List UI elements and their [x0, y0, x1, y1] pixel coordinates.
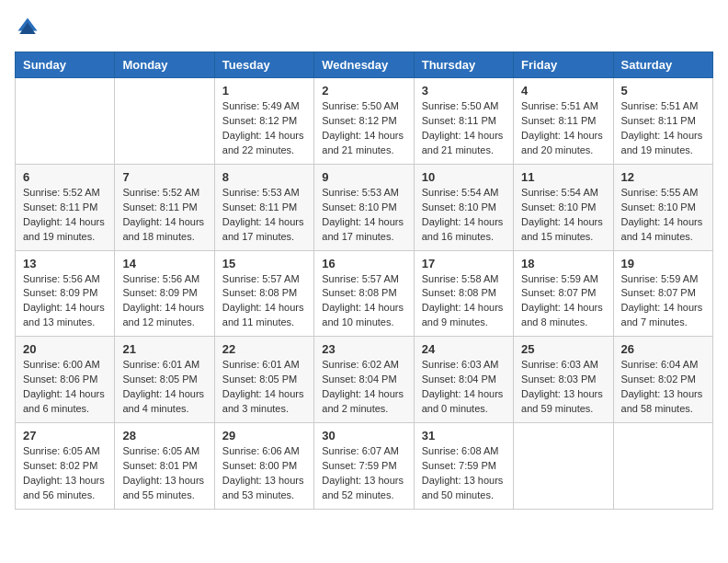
- calendar-header-row: SundayMondayTuesdayWednesdayThursdayFrid…: [16, 52, 713, 78]
- day-number: 9: [322, 170, 405, 184]
- day-info: Sunrise: 5:51 AM Sunset: 8:11 PM Dayligh…: [621, 99, 705, 158]
- day-info: Sunrise: 6:04 AM Sunset: 8:02 PM Dayligh…: [621, 358, 705, 417]
- calendar-cell: 12Sunrise: 5:55 AM Sunset: 8:10 PM Dayli…: [613, 164, 712, 250]
- calendar-cell: 16Sunrise: 5:57 AM Sunset: 8:08 PM Dayli…: [314, 250, 414, 337]
- calendar-week-row: 6Sunrise: 5:52 AM Sunset: 8:11 PM Daylig…: [16, 164, 713, 250]
- day-number: 20: [23, 342, 107, 356]
- calendar-week-row: 1Sunrise: 5:49 AM Sunset: 8:12 PM Daylig…: [16, 78, 713, 165]
- day-info: Sunrise: 5:58 AM Sunset: 8:08 PM Dayligh…: [422, 272, 506, 331]
- calendar-cell: 21Sunrise: 6:01 AM Sunset: 8:05 PM Dayli…: [115, 337, 214, 423]
- calendar-cell: 3Sunrise: 5:50 AM Sunset: 8:11 PM Daylig…: [414, 78, 513, 165]
- calendar-header-thursday: Thursday: [414, 52, 513, 78]
- calendar-cell: 25Sunrise: 6:03 AM Sunset: 8:03 PM Dayli…: [514, 337, 613, 423]
- day-number: 21: [122, 342, 206, 356]
- calendar-header-friday: Friday: [514, 52, 613, 78]
- calendar-cell: 22Sunrise: 6:01 AM Sunset: 8:05 PM Dayli…: [214, 337, 313, 423]
- day-number: 29: [222, 429, 306, 442]
- logo-icon: [15, 15, 40, 40]
- day-info: Sunrise: 5:56 AM Sunset: 8:09 PM Dayligh…: [122, 272, 206, 331]
- day-info: Sunrise: 5:51 AM Sunset: 8:11 PM Dayligh…: [521, 99, 605, 158]
- calendar-cell: 14Sunrise: 5:56 AM Sunset: 8:09 PM Dayli…: [115, 250, 214, 337]
- day-number: 22: [222, 342, 306, 356]
- day-number: 30: [322, 429, 405, 442]
- calendar-week-row: 13Sunrise: 5:56 AM Sunset: 8:09 PM Dayli…: [16, 250, 713, 337]
- day-info: Sunrise: 6:01 AM Sunset: 8:05 PM Dayligh…: [122, 358, 206, 417]
- day-number: 26: [621, 342, 705, 356]
- calendar-cell: 11Sunrise: 5:54 AM Sunset: 8:10 PM Dayli…: [514, 164, 613, 250]
- day-info: Sunrise: 5:54 AM Sunset: 8:10 PM Dayligh…: [422, 186, 506, 245]
- day-number: 4: [521, 84, 605, 98]
- calendar-header-tuesday: Tuesday: [214, 52, 313, 78]
- day-number: 18: [521, 257, 605, 270]
- day-info: Sunrise: 6:07 AM Sunset: 7:59 PM Dayligh…: [322, 444, 405, 503]
- calendar-cell: 9Sunrise: 5:53 AM Sunset: 8:10 PM Daylig…: [314, 164, 414, 250]
- calendar-cell: [514, 423, 613, 510]
- calendar-cell: 4Sunrise: 5:51 AM Sunset: 8:11 PM Daylig…: [514, 78, 613, 165]
- calendar-cell: 19Sunrise: 5:59 AM Sunset: 8:07 PM Dayli…: [613, 250, 712, 337]
- day-number: 16: [322, 257, 405, 270]
- day-number: 28: [122, 429, 206, 442]
- calendar-cell: 1Sunrise: 5:49 AM Sunset: 8:12 PM Daylig…: [214, 78, 313, 165]
- day-info: Sunrise: 6:03 AM Sunset: 8:04 PM Dayligh…: [422, 358, 506, 417]
- day-info: Sunrise: 6:00 AM Sunset: 8:06 PM Dayligh…: [23, 358, 107, 417]
- day-info: Sunrise: 6:06 AM Sunset: 8:00 PM Dayligh…: [222, 444, 306, 503]
- day-info: Sunrise: 5:56 AM Sunset: 8:09 PM Dayligh…: [23, 272, 107, 331]
- calendar-cell: 29Sunrise: 6:06 AM Sunset: 8:00 PM Dayli…: [214, 423, 313, 510]
- calendar: SundayMondayTuesdayWednesdayThursdayFrid…: [15, 52, 713, 510]
- calendar-cell: 30Sunrise: 6:07 AM Sunset: 7:59 PM Dayli…: [314, 423, 414, 510]
- calendar-cell: 27Sunrise: 6:05 AM Sunset: 8:02 PM Dayli…: [16, 423, 115, 510]
- calendar-cell: 5Sunrise: 5:51 AM Sunset: 8:11 PM Daylig…: [613, 78, 712, 165]
- calendar-week-row: 20Sunrise: 6:00 AM Sunset: 8:06 PM Dayli…: [16, 337, 713, 423]
- calendar-cell: [115, 78, 214, 165]
- day-number: 31: [422, 429, 506, 442]
- page-header: [15, 15, 713, 40]
- day-info: Sunrise: 5:55 AM Sunset: 8:10 PM Dayligh…: [621, 186, 705, 245]
- calendar-cell: 6Sunrise: 5:52 AM Sunset: 8:11 PM Daylig…: [16, 164, 115, 250]
- calendar-cell: 23Sunrise: 6:02 AM Sunset: 8:04 PM Dayli…: [314, 337, 414, 423]
- day-number: 24: [422, 342, 506, 356]
- logo: [15, 15, 44, 40]
- calendar-header-wednesday: Wednesday: [314, 52, 414, 78]
- calendar-cell: [613, 423, 712, 510]
- day-info: Sunrise: 6:05 AM Sunset: 8:01 PM Dayligh…: [122, 444, 206, 503]
- day-info: Sunrise: 5:59 AM Sunset: 8:07 PM Dayligh…: [521, 272, 605, 331]
- day-number: 17: [422, 257, 506, 270]
- day-number: 10: [422, 170, 506, 184]
- day-number: 6: [23, 170, 107, 184]
- calendar-header-saturday: Saturday: [613, 52, 712, 78]
- calendar-cell: 13Sunrise: 5:56 AM Sunset: 8:09 PM Dayli…: [16, 250, 115, 337]
- calendar-cell: 24Sunrise: 6:03 AM Sunset: 8:04 PM Dayli…: [414, 337, 513, 423]
- day-number: 11: [521, 170, 605, 184]
- calendar-cell: 26Sunrise: 6:04 AM Sunset: 8:02 PM Dayli…: [613, 337, 712, 423]
- day-number: 23: [322, 342, 405, 356]
- day-number: 13: [23, 257, 107, 270]
- calendar-cell: 17Sunrise: 5:58 AM Sunset: 8:08 PM Dayli…: [414, 250, 513, 337]
- day-info: Sunrise: 5:53 AM Sunset: 8:10 PM Dayligh…: [322, 186, 405, 245]
- day-info: Sunrise: 5:53 AM Sunset: 8:11 PM Dayligh…: [222, 186, 306, 245]
- calendar-cell: 8Sunrise: 5:53 AM Sunset: 8:11 PM Daylig…: [214, 164, 313, 250]
- calendar-cell: 10Sunrise: 5:54 AM Sunset: 8:10 PM Dayli…: [414, 164, 513, 250]
- calendar-cell: 2Sunrise: 5:50 AM Sunset: 8:12 PM Daylig…: [314, 78, 414, 165]
- calendar-cell: 28Sunrise: 6:05 AM Sunset: 8:01 PM Dayli…: [115, 423, 214, 510]
- day-number: 5: [621, 84, 705, 98]
- calendar-cell: 15Sunrise: 5:57 AM Sunset: 8:08 PM Dayli…: [214, 250, 313, 337]
- day-number: 12: [621, 170, 705, 184]
- calendar-week-row: 27Sunrise: 6:05 AM Sunset: 8:02 PM Dayli…: [16, 423, 713, 510]
- day-number: 2: [322, 84, 405, 98]
- day-number: 27: [23, 429, 107, 442]
- day-info: Sunrise: 5:50 AM Sunset: 8:12 PM Dayligh…: [322, 99, 405, 158]
- day-number: 3: [422, 84, 506, 98]
- day-info: Sunrise: 5:49 AM Sunset: 8:12 PM Dayligh…: [222, 99, 306, 158]
- day-info: Sunrise: 6:05 AM Sunset: 8:02 PM Dayligh…: [23, 444, 107, 503]
- calendar-cell: [16, 78, 115, 165]
- day-info: Sunrise: 5:52 AM Sunset: 8:11 PM Dayligh…: [122, 186, 206, 245]
- day-number: 15: [222, 257, 306, 270]
- day-info: Sunrise: 6:02 AM Sunset: 8:04 PM Dayligh…: [322, 358, 405, 417]
- day-info: Sunrise: 6:01 AM Sunset: 8:05 PM Dayligh…: [222, 358, 306, 417]
- calendar-cell: 18Sunrise: 5:59 AM Sunset: 8:07 PM Dayli…: [514, 250, 613, 337]
- day-info: Sunrise: 6:03 AM Sunset: 8:03 PM Dayligh…: [521, 358, 605, 417]
- day-number: 1: [222, 84, 306, 98]
- calendar-cell: 20Sunrise: 6:00 AM Sunset: 8:06 PM Dayli…: [16, 337, 115, 423]
- calendar-cell: 31Sunrise: 6:08 AM Sunset: 7:59 PM Dayli…: [414, 423, 513, 510]
- day-number: 7: [122, 170, 206, 184]
